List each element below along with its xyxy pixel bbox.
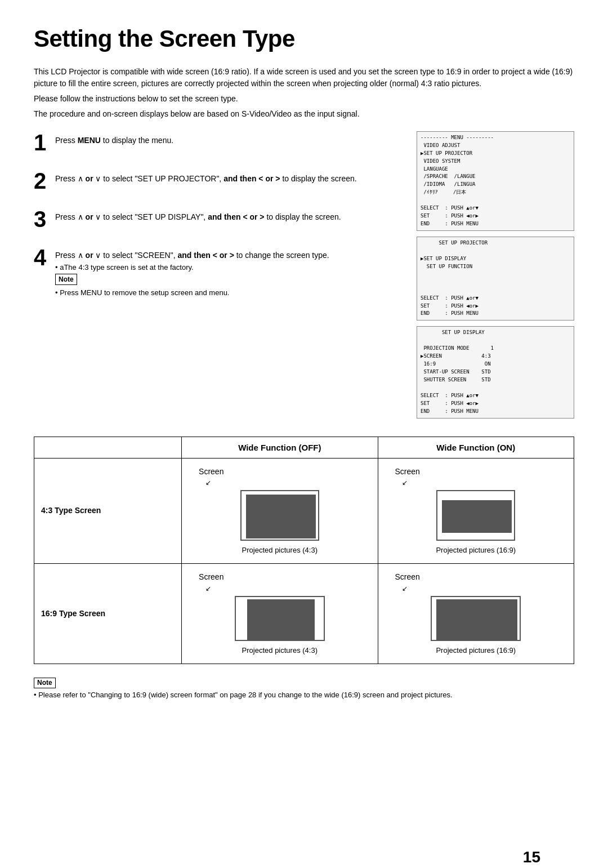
screen-arrow-43-off: ↙	[205, 478, 211, 488]
step-3-text: Press ∧ or ∨ to select "SET UP DISPLAY",…	[55, 208, 341, 223]
row-label-169: 16:9 Type Screen	[34, 564, 182, 664]
step-1-text: Press MENU to display the menu.	[55, 131, 173, 146]
bottom-note: Note • Please refer to "Changing to 16:9…	[34, 678, 574, 700]
table-row-43: 4:3 Type Screen Screen ↙ Projected pictu…	[34, 458, 574, 564]
comparison-table: Wide Function (OFF) Wide Function (ON) 4…	[34, 437, 574, 664]
screen-label-43-on: Screen	[395, 466, 420, 478]
intro-p1: This LCD Projector is compatible with wi…	[34, 66, 574, 90]
caption-169-off: Projected pictures (4:3)	[242, 646, 318, 656]
bottom-note-label: Note	[34, 678, 56, 688]
diagram-169-on: Screen ↙ Projected pictures (16:9)	[385, 568, 567, 659]
row-label-43: 4:3 Type Screen	[34, 458, 182, 564]
screen-inner-169-on	[436, 599, 517, 640]
screen-outer-169-on	[431, 596, 521, 641]
step-3: 3 Press ∧ or ∨ to select "SET UP DISPLAY…	[34, 208, 405, 230]
step-1: 1 Press MENU to display the menu.	[34, 131, 405, 154]
caption-169-on: Projected pictures (16:9)	[436, 646, 516, 656]
caption-43-off: Projected pictures (4:3)	[242, 545, 318, 555]
caption-43-on: Projected pictures (16:9)	[436, 545, 516, 555]
page-title: Setting the Screen Type	[34, 23, 574, 56]
cell-169-wide-off: Screen ↙ Projected pictures (4:3)	[182, 564, 378, 664]
screen-outer-43-off	[240, 490, 319, 541]
menu-screen-2: SET UP PROJECTOR ▶SET UP DISPLAY SET UP …	[417, 237, 574, 321]
table-row-169: 16:9 Type Screen Screen ↙ Projected pict…	[34, 564, 574, 664]
menu-screen-1: --------- MENU --------- VIDEO ADJUST ▶S…	[417, 131, 574, 231]
screen-arrow-43-on: ↙	[402, 478, 408, 488]
intro-p2: Please follow the instructions below to …	[34, 93, 574, 105]
screen-inner-43-off	[246, 495, 316, 538]
cell-169-wide-on: Screen ↙ Projected pictures (16:9)	[378, 564, 574, 664]
screen-outer-43-on	[436, 490, 515, 541]
step-4: 4 Press ∧ or ∨ to select "SCREEN", and t…	[34, 246, 405, 299]
step-2: 2 Press ∧ or ∨ to select "SET UP PROJECT…	[34, 170, 405, 192]
bottom-note-text: • Please refer to "Changing to 16:9 (wid…	[34, 691, 453, 699]
step-2-number: 2	[34, 170, 50, 192]
diagram-169-off: Screen ↙ Projected pictures (4:3)	[189, 568, 370, 659]
page-number: 15	[523, 846, 540, 868]
step-3-number: 3	[34, 208, 50, 230]
table-header-empty	[34, 437, 182, 458]
screen-label-169-off: Screen	[199, 572, 223, 583]
screen-arrow-169-off: ↙	[205, 584, 211, 594]
screen-arrow-169-on: ↙	[402, 584, 408, 594]
table-header-wide-on: Wide Function (ON)	[378, 437, 574, 458]
step-4-sub1: • aThe 4:3 type screen is set at the fac…	[55, 263, 194, 271]
screen-label-43-off: Screen	[199, 466, 223, 478]
step-4-number: 4	[34, 246, 50, 269]
diagram-43-off: Screen ↙ Projected pictures (4:3)	[189, 463, 370, 559]
table-header-wide-off: Wide Function (OFF)	[182, 437, 378, 458]
diagram-43-on: Screen ↙ Projected pictures (16:9)	[385, 463, 567, 559]
steps-column: 1 Press MENU to display the menu. 2 Pres…	[34, 131, 405, 419]
screen-inner-43-on	[442, 500, 512, 533]
cell-43-wide-on: Screen ↙ Projected pictures (16:9)	[378, 458, 574, 564]
screen-outer-169-off	[235, 596, 325, 641]
step-1-number: 1	[34, 131, 50, 154]
step-4-note-label: Note	[55, 274, 77, 285]
intro-p3: The procedure and on-screen displays bel…	[34, 108, 574, 120]
menu-screen-3: SET UP DISPLAY PROJECTION MODE 1 ▶SCREEN…	[417, 326, 574, 418]
step-2-text: Press ∧ or ∨ to select "SET UP PROJECTOR…	[55, 170, 357, 185]
screen-inner-169-off	[247, 599, 315, 640]
step-4-text: Press ∧ or ∨ to select "SCREEN", and the…	[55, 246, 329, 299]
step-4-sub2: • Press MENU to remove the setup screen …	[55, 288, 229, 297]
steps-and-screens: 1 Press MENU to display the menu. 2 Pres…	[34, 131, 574, 419]
menu-screens-column: --------- MENU --------- VIDEO ADJUST ▶S…	[417, 131, 574, 419]
screen-label-169-on: Screen	[395, 572, 420, 583]
cell-43-wide-off: Screen ↙ Projected pictures (4:3)	[182, 458, 378, 564]
